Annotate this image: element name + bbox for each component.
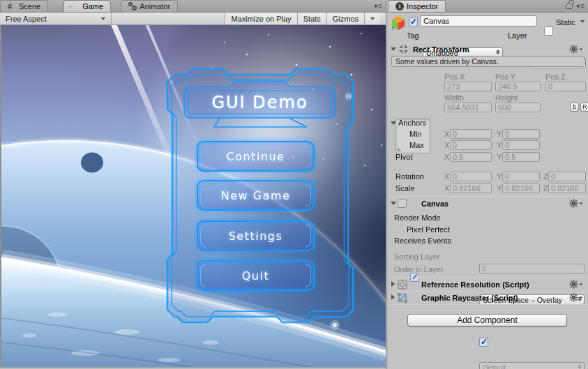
anchors-min-label: Min [409,130,422,138]
rotation-y-field[interactable]: 0 [502,172,540,181]
pos-x-field[interactable]: 273 [444,82,492,91]
static-checkbox[interactable] [544,27,553,36]
x-axis-label: X [444,172,449,181]
z-axis-label: Z [543,184,548,193]
y-axis-label: Y [497,172,502,181]
canvas-gear-icon[interactable] [569,199,583,208]
sorting-layer-dropdown[interactable]: Default [479,362,585,369]
aspect-dropdown-value: Free Aspect [6,15,47,23]
width-label: Width [444,93,464,102]
tab-inspector-label: Inspector [407,2,438,10]
rect-transform-title: Rect Transform [413,45,469,54]
anchors-foldout[interactable] [391,121,396,125]
y-axis-label: Y [497,184,502,193]
graphic-raycaster-foldout[interactable] [391,294,395,300]
pixel-perfect-label: Pixel Perfect [407,225,450,234]
receives-events-checkbox[interactable] [479,338,488,347]
lock-icon[interactable] [566,3,573,10]
pivot-label: Pivot [395,153,412,161]
game-pane: # Scene Game Animator ▾≡ Free Aspect Max… [0,0,386,369]
y-axis-label: Y [497,141,502,149]
pivot-x-field[interactable]: 0.5 [450,152,492,162]
height-label: Height [495,93,518,102]
maximize-on-play-button[interactable]: Maximize on Play [225,13,296,24]
new-game-button[interactable]: New Game [197,180,315,211]
rect-transform-icon [398,44,409,56]
stats-button[interactable]: Stats [297,13,326,24]
tab-game[interactable]: Game [63,0,111,12]
tab-inspector[interactable]: i Inspector [388,0,446,12]
chevron-down-icon [101,17,105,20]
gizmos-button[interactable]: Gizmos [326,13,364,24]
left-tabbar: # Scene Game Animator ▾≡ [0,0,386,13]
rotation-z-field[interactable]: 0 [548,172,586,181]
anchors-label: Anchors [398,119,426,127]
anchors-max-y-field[interactable]: 0 [502,140,540,150]
anchors-max-label: Max [409,141,424,149]
settings-button[interactable]: Settings [197,220,315,251]
reference-resolution-foldout[interactable] [391,281,395,287]
game-pacman-icon [71,2,80,10]
z-axis-label: Z [543,172,548,181]
inspector-tabbar: i Inspector ▾≡ [388,0,588,13]
chevron-down-icon [370,17,375,20]
quit-button[interactable]: Quit [197,260,315,291]
height-field[interactable]: 600 [495,103,541,112]
x-axis-label: X [444,141,449,149]
scale-z-field[interactable]: 0.82166 [548,183,586,193]
width-field[interactable]: 664.5031 [444,103,492,112]
gizmos-dropdown[interactable] [364,13,380,24]
toolbar-right-group: Maximize on Play Stats Gizmos [225,13,380,24]
x-axis-label: X [444,153,449,161]
add-component-button[interactable]: Add Component [407,314,567,326]
rect-transform-gear-icon[interactable] [569,45,583,54]
aspect-dropdown[interactable]: Free Aspect [0,13,112,24]
graphic-raycaster-gear-icon[interactable] [569,293,583,302]
active-checkbox[interactable] [409,17,418,27]
tab-scene[interactable]: # Scene [0,0,48,12]
anchors-min-y-field[interactable]: 0 [502,129,540,139]
scale-label: Scale [395,184,415,193]
rotation-x-field[interactable]: 0 [450,172,492,181]
pivot-y-field[interactable]: 0.5 [502,152,540,162]
anchors-max-x-field[interactable]: 0 [450,140,492,150]
animator-icon [128,2,137,10]
canvas-foldout[interactable] [391,202,396,205]
render-mode-label: Render Mode [394,213,441,222]
scale-y-field[interactable]: 0.82166 [502,183,540,193]
pane-menu-icon[interactable]: ▾≡ [374,2,383,10]
updown-arrow-icon [578,364,582,369]
blueprint-mode-button[interactable]: b [570,103,579,112]
pos-z-field[interactable]: 0 [545,82,586,91]
pos-y-field[interactable]: 246.5 [495,82,541,91]
rect-transform-foldout[interactable] [391,47,396,51]
game-menu-title: GUI Demo [184,87,336,118]
graphic-raycaster-icon [398,293,407,304]
game-toolbar: Free Aspect Maximize on Play Stats Gizmo… [0,13,386,25]
tab-scene-label: Scene [19,2,40,10]
tab-animator[interactable]: Animator [121,0,178,12]
graphic-raycaster-title: Graphic Raycaster (Script) [421,294,518,302]
y-axis-label: Y [497,130,502,138]
canvas-component-title: Canvas [421,199,448,208]
reference-resolution-icon [398,280,407,291]
static-label: Static [556,18,575,27]
updown-arrow-icon [496,50,500,54]
space-background [1,25,386,367]
static-dropdown-icon[interactable] [580,20,585,23]
driven-values-helpbox: Some values driven by Canvas. [391,56,585,67]
scale-x-field[interactable]: 0.82166 [450,183,492,193]
continue-button[interactable]: Continue [197,141,315,172]
raw-mode-button[interactable]: R [580,103,588,112]
anchors-min-x-field[interactable]: 0 [450,129,492,139]
order-in-layer-field[interactable]: 0 [479,264,585,273]
reference-resolution-gear-icon[interactable] [569,280,583,289]
inspector-menu-icon[interactable]: ▾≡ [576,2,585,10]
name-field[interactable] [420,15,537,27]
info-icon: i [395,2,404,10]
game-view: GUI Demo Continue New Game Settings Quit [0,25,386,367]
inspector-panel: i Inspector ▾≡ Static Tag Untagged Layer [388,0,588,369]
scene-grid-icon: # [8,2,16,10]
gameobject-cube-icon[interactable] [390,15,407,33]
tag-label: Tag [407,31,419,40]
